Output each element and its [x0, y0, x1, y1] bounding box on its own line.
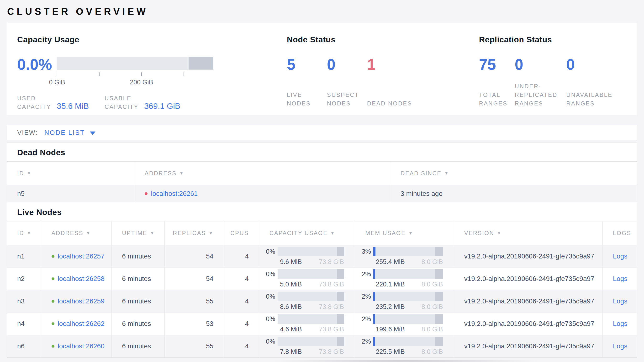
version-cell: v19.2.0-alpha.20190606-2491-gfe735c9a97	[454, 312, 602, 335]
dead-col-header-id[interactable]: ID▼	[7, 162, 134, 185]
axis-tick: 0 GiB	[57, 72, 57, 76]
logs-link[interactable]: Logs	[613, 297, 628, 305]
replicas-cell: 54	[164, 245, 224, 267]
node-id-cell: n2	[7, 268, 41, 290]
node-address-link[interactable]: localhost:26259	[58, 297, 104, 305]
column-label: ID	[17, 170, 24, 177]
capacity-usage-cell: 0% 4.6 MiB73.8 GiB	[259, 312, 355, 335]
node-id-cell: n5	[7, 185, 134, 202]
sort-desc-icon: ▼	[86, 231, 91, 235]
capacity-percent-label: 0%	[263, 293, 278, 300]
logs-link[interactable]: Logs	[613, 342, 628, 350]
mem-percent-label: 3%	[358, 248, 373, 255]
capacity-meter-reserved	[337, 292, 344, 301]
node-address-link[interactable]: localhost:26258	[58, 275, 104, 283]
suspect-nodes-label: SUSPECT NODES	[327, 91, 367, 108]
view-selector-bar: VIEW: NODE LIST	[7, 125, 637, 140]
capacity-used-value: 8.6 MiB	[280, 303, 302, 311]
mem-meter-reserved	[436, 247, 443, 256]
usable-capacity-label: USABLE CAPACITY	[104, 94, 144, 111]
col-header-mem-usage[interactable]: MEM USAGE▼	[355, 221, 454, 245]
replicas-cell: 55	[164, 335, 224, 357]
mem-percent-label: 2%	[358, 338, 373, 345]
column-label: CPUS	[230, 230, 249, 237]
node-status-title: Node Status	[287, 35, 479, 44]
version-cell: v19.2.0-alpha.20190606-2491-gfe735c9a97	[454, 268, 602, 290]
total-ranges-stat: 75 TOTAL RANGES	[479, 57, 515, 108]
sort-desc-icon: ▼	[408, 231, 413, 235]
mem-meter-bar	[373, 247, 443, 256]
col-header-replicas[interactable]: REPLICAS▼	[164, 221, 224, 245]
cpus-cell: 4	[224, 335, 259, 357]
version-cell: v19.2.0-alpha.20190606-2491-gfe735c9a97	[454, 335, 602, 357]
uptime-cell: 6 minutes	[112, 335, 164, 357]
mem-total-value: 8.0 GiB	[422, 258, 443, 266]
capacity-meter-reserved	[337, 314, 344, 324]
page-title: CLUSTER OVERVIEW	[7, 6, 637, 17]
sort-desc-icon: ▼	[150, 231, 155, 235]
node-id-cell: n1	[7, 245, 41, 267]
node-address-link[interactable]: localhost:26260	[58, 342, 104, 350]
mem-meter-bar	[373, 292, 443, 301]
dead-nodes-heading: Dead Nodes	[7, 142, 637, 161]
live-nodes-header-row: ID▼ ADDRESS▼ UPTIME▼ REPLICAS▼ CPUS CAPA…	[7, 221, 637, 245]
dead-col-header-address[interactable]: ADDRESS▼	[134, 162, 390, 185]
node-address-link[interactable]: localhost:26257	[58, 253, 104, 260]
capacity-usage-panel: Capacity Usage 0.0% 0 GiB 200 GiB	[17, 35, 287, 115]
capacity-total-value: 73.8 GiB	[319, 258, 344, 266]
logs-link[interactable]: Logs	[613, 320, 628, 327]
used-capacity-stat: USED CAPACITY 35.6 MiB	[17, 94, 89, 111]
mem-meter-bar	[373, 337, 443, 346]
mem-used-value: 235.2 MiB	[376, 303, 405, 311]
capacity-meter-bar	[278, 292, 344, 301]
view-dropdown[interactable]: NODE LIST	[44, 129, 96, 136]
replication-status-panel: Replication Status 75 TOTAL RANGES 0 UND…	[479, 35, 637, 115]
mem-used-value: 255.4 MiB	[376, 258, 405, 266]
capacity-usage-cell: 0% 8.6 MiB73.8 GiB	[259, 290, 355, 312]
mem-usage-cell: 2% 235.2 MiB8.0 GiB	[355, 290, 454, 312]
col-header-address[interactable]: ADDRESS▼	[41, 221, 112, 245]
col-header-capacity-usage[interactable]: CAPACITY USAGE▼	[259, 221, 355, 245]
live-status-dot-icon	[52, 322, 54, 325]
logs-link[interactable]: Logs	[613, 253, 628, 260]
sort-desc-icon: ▼	[444, 171, 449, 175]
mem-used-value: 220.1 MiB	[376, 281, 405, 288]
capacity-percent-label: 0%	[263, 248, 278, 255]
under-replicated-ranges-count: 0	[515, 57, 566, 73]
col-header-id[interactable]: ID▼	[7, 221, 41, 245]
node-id-cell: n4	[7, 312, 41, 335]
dead-nodes-stat: 1 DEAD NODES	[367, 57, 416, 108]
cpus-cell: 4	[224, 312, 259, 335]
uptime-cell: 6 minutes	[112, 245, 164, 267]
live-status-dot-icon	[52, 255, 54, 258]
view-dropdown-value[interactable]: NODE LIST	[44, 129, 85, 136]
column-label: DEAD SINCE	[400, 170, 442, 177]
node-address-link[interactable]: localhost:26261	[151, 190, 198, 198]
cluster-overview-page: CLUSTER OVERVIEW Capacity Usage 0.0% 0 G…	[0, 6, 644, 362]
logs-cell: Logs	[602, 312, 637, 335]
col-header-uptime[interactable]: UPTIME▼	[112, 221, 164, 245]
total-ranges-count: 75	[479, 57, 515, 73]
column-label: ADDRESS	[145, 170, 177, 177]
mem-used-value: 199.6 MiB	[376, 326, 405, 333]
dead-nodes-table: ID▼ ADDRESS▼ DEAD SINCE▼ n5 localhost:26…	[7, 161, 637, 202]
mem-total-value: 8.0 GiB	[422, 326, 443, 333]
col-header-version[interactable]: VERSION▼	[454, 221, 602, 245]
mem-meter-reserved	[436, 269, 443, 279]
dead-col-header-dead-since[interactable]: DEAD SINCE▼	[390, 162, 637, 185]
capacity-meter-bar	[278, 269, 344, 279]
capacity-used-value: 9.6 MiB	[280, 258, 302, 266]
capacity-total-value: 73.8 GiB	[319, 303, 344, 311]
logs-link[interactable]: Logs	[613, 275, 628, 283]
capacity-axis: 0 GiB 200 GiB	[57, 72, 213, 87]
dead-nodes-count: 1	[367, 57, 416, 73]
uptime-cell: 6 minutes	[112, 312, 164, 335]
capacity-meter-reserved	[337, 337, 344, 346]
suspect-nodes-stat: 0 SUSPECT NODES	[327, 57, 367, 108]
suspect-nodes-count: 0	[327, 57, 367, 73]
capacity-bar-reserved-segment	[189, 57, 213, 70]
sort-desc-icon: ▼	[330, 231, 335, 235]
col-header-logs: LOGS	[602, 221, 637, 245]
node-address-link[interactable]: localhost:26262	[58, 320, 104, 327]
node-id-cell: n6	[7, 335, 41, 357]
